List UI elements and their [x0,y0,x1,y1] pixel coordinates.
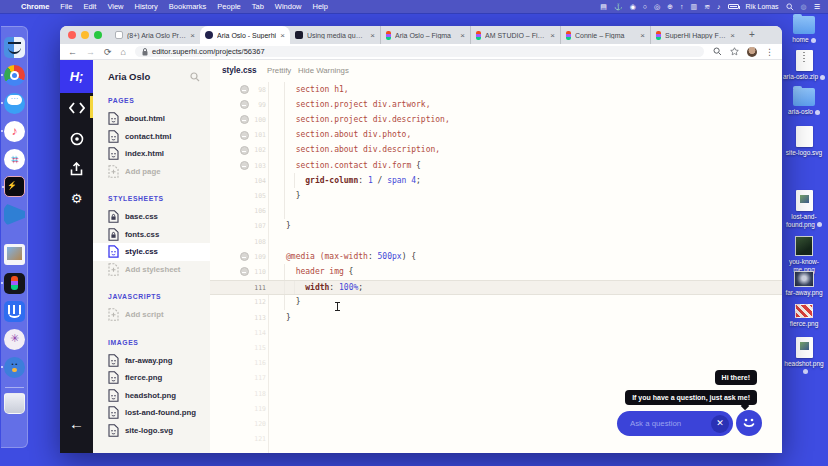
code-line-106[interactable]: 106 [210,204,782,219]
wifi-icon[interactable]: ≋ [704,0,710,13]
code-line-103[interactable]: 103section.contact div.form { [210,158,782,173]
settings-gear-icon[interactable]: ⚙ [60,191,93,206]
code-line-102[interactable]: 102section.about div.description, [210,143,782,158]
code-line-115[interactable]: 115 [210,340,782,355]
keyboard-icon[interactable]: ▥ [691,0,698,13]
figma-dock-icon[interactable] [4,273,25,294]
browser-tab[interactable]: Using media queries - CSS: C× [290,26,380,44]
chat-close-icon[interactable]: ✕ [711,415,729,433]
browser-tab[interactable]: SuperHi Happy Flowers - Fig× [650,26,740,44]
code-line-104[interactable]: 104grid-column: 1 / span 4; [210,173,782,188]
desktop-icon-fierce.png[interactable]: fierce.png [781,304,827,328]
browser-tab[interactable]: Connie – Figma× [560,26,650,44]
desktop-icon-headshot.png[interactable]: headshot.png [781,337,827,375]
siri-icon[interactable]: ◍ [801,0,807,13]
globe-icon[interactable]: ⊕ [667,0,673,13]
tab-close-icon[interactable]: × [460,31,465,40]
record-icon[interactable]: ◉ [630,0,636,13]
music-dock-icon[interactable] [4,121,25,142]
notification-center-icon[interactable]: ☰ [814,0,820,13]
file-item-far-away.png[interactable]: far-away.png [93,352,210,370]
slack-dock-icon[interactable] [4,149,25,170]
code-line-114[interactable]: 114 [210,325,782,340]
share-upload-icon[interactable] [60,162,93,180]
open-file-name[interactable]: style.css [222,66,257,75]
tab-close-icon[interactable]: × [370,31,375,40]
tab-close-icon[interactable]: × [550,31,555,40]
trash-dock-icon[interactable] [4,393,25,414]
bird-dock-icon[interactable] [4,357,25,378]
code-tab-icon[interactable] [60,100,93,118]
address-bar[interactable]: editor.superhi.com/projects/56367 [135,46,704,57]
file-item-index.html[interactable]: index.html [93,145,210,163]
zoom-window-button[interactable] [94,31,102,39]
kebab-menu-icon[interactable]: ⋮ [765,44,774,60]
menu-edit[interactable]: Edit [83,2,96,11]
file-item-fierce.png[interactable]: fierce.png [93,369,210,387]
prettify-button[interactable]: Prettify [267,66,291,75]
chat-smiley-button[interactable] [736,410,762,436]
add-item-add-script[interactable]: Add script [93,306,210,324]
code-line-110[interactable]: 110header img { [210,264,782,279]
volume-icon[interactable]: ♪ [717,0,721,13]
menu-view[interactable]: View [107,2,123,11]
search-icon[interactable] [713,47,722,56]
tab-close-icon[interactable]: × [730,31,735,40]
menu-chrome[interactable]: Chrome [21,2,49,11]
code-line-113[interactable]: 113} [210,310,782,325]
chrome-dock-icon[interactable] [4,65,25,86]
browser-tab[interactable]: Aria Oslo - Superhi× [200,26,290,44]
desktop-icon-lost-and-found.png[interactable]: lost-and-found.png [781,190,827,228]
profile-avatar[interactable] [747,47,757,57]
add-item-add-stylesheet[interactable]: Add stylesheet [93,261,210,279]
photos-dock-icon[interactable] [4,244,25,265]
code-line-101[interactable]: 101section.about div.photo, [210,128,782,143]
menu-bookmarks[interactable]: Bookmarks [169,2,207,11]
code-line-112[interactable]: 112} [210,295,782,310]
hide-warnings-button[interactable]: Hide Warnings [298,66,349,75]
back-arrow-button[interactable]: ← [60,415,93,432]
minimize-window-button[interactable] [81,31,89,39]
code-line-107[interactable]: 107} [210,219,782,234]
messages-dock-icon[interactable] [4,93,25,114]
code-line-111[interactable]: 111width: 100%; [210,280,782,295]
browser-tab[interactable]: (8+) Aria Oslo Project× [110,26,200,44]
file-item-contact.html[interactable]: contact.html [93,128,210,146]
menu-history[interactable]: History [135,2,158,11]
back-icon[interactable]: ← [68,44,77,60]
desktop-icon-aria-oslo[interactable]: aria-oslo [781,88,827,116]
circle-icon[interactable]: ○ [643,0,647,13]
code-line-100[interactable]: 100section.project div.description, [210,112,782,127]
film-player-dock-icon[interactable] [4,329,25,350]
forward-icon[interactable]: → [86,44,95,60]
arrow-up-icon[interactable]: ↑ [680,0,684,13]
tab-close-icon[interactable]: × [190,31,195,40]
file-item-style.css[interactable]: style.css [93,243,210,261]
code-line-105[interactable]: 105} [210,188,782,203]
screen-icon[interactable]: ▤ [600,0,607,13]
file-item-base.css[interactable]: base.css [93,208,210,226]
bookmark-star-icon[interactable] [730,47,739,56]
browser-tab[interactable]: Aria Oslo – Figma× [380,26,470,44]
code-line-116[interactable]: 116 [210,356,782,371]
vscode-dock-icon[interactable] [4,204,25,225]
tab-close-icon[interactable]: × [280,31,285,40]
terminal-dock-icon[interactable] [4,176,25,197]
desktop-icon-you-know-me.png[interactable]: you-know-me.png [781,236,827,273]
new-tab-button[interactable]: + [744,27,760,43]
code-line-99[interactable]: 99section.project div.artwork, [210,97,782,112]
file-item-headshot.png[interactable]: headshot.png [93,387,210,405]
code-line-117[interactable]: 117 [210,371,782,386]
search-icon[interactable] [190,72,200,82]
code-line-108[interactable]: 108 [210,234,782,249]
battery-icon[interactable] [728,4,739,9]
desktop-icon-site-logo.svg[interactable]: site-logo.svg [781,126,827,157]
camera-icon[interactable]: ◎ [654,0,660,13]
add-item-add-page[interactable]: Add page [93,163,210,181]
desktop-icon-aria-oslo.zip[interactable]: aria-oslo.zip [781,50,827,81]
menu-bar-user[interactable]: Rik Lomas [746,3,779,10]
desktop-icon-home[interactable]: home [781,16,827,44]
file-item-fonts.css[interactable]: fonts.css [93,226,210,244]
anchor-icon[interactable]: ⚓ [614,0,623,13]
superhi-logo[interactable]: H; [60,60,93,93]
